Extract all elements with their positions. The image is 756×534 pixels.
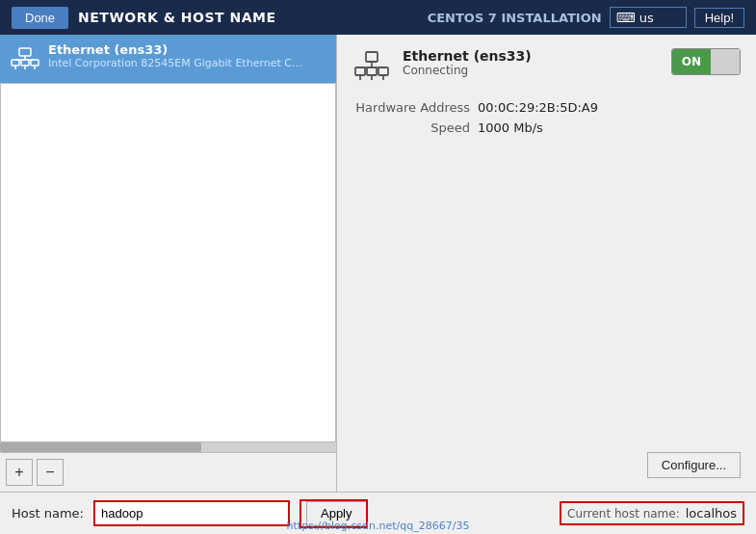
speed-label: Speed xyxy=(352,120,478,135)
connection-toggle[interactable]: ON xyxy=(671,48,741,75)
svg-rect-10 xyxy=(366,52,378,62)
bottom-bar: Host name: Apply Current host name: loca… xyxy=(0,492,756,534)
installation-label: CENTOS 7 INSTALLATION xyxy=(428,11,602,25)
main-content: Ethernet (ens33) Intel Corporation 82545… xyxy=(0,35,756,492)
hostname-label: Host name: xyxy=(12,506,84,521)
hostname-input-wrapper xyxy=(93,500,290,526)
toggle-off-area xyxy=(711,49,740,74)
svg-rect-0 xyxy=(19,48,31,56)
right-panel: Ethernet (ens33) Connecting ON Hardware … xyxy=(337,35,756,492)
speed-row: Speed 1000 Mb/s xyxy=(352,120,741,135)
top-bar-right: CENTOS 7 INSTALLATION ⌨ us Help! xyxy=(428,7,744,28)
network-item-text: Ethernet (ens33) Intel Corporation 82545… xyxy=(48,42,326,69)
network-list-area xyxy=(0,83,336,442)
connection-text: Ethernet (ens33) Connecting xyxy=(403,48,532,77)
locale-value: us xyxy=(639,11,654,25)
svg-rect-2 xyxy=(12,60,19,66)
network-item-name: Ethernet (ens33) xyxy=(48,42,326,57)
connection-header: Ethernet (ens33) Connecting ON xyxy=(352,48,741,87)
svg-rect-12 xyxy=(355,67,365,75)
ethernet-large-icon xyxy=(352,48,391,87)
hostname-input[interactable] xyxy=(95,502,288,524)
remove-network-button[interactable]: − xyxy=(37,459,64,486)
current-host-wrapper: Current host name: localhos xyxy=(560,501,744,525)
top-bar: Done NETWORK & HOST NAME CENTOS 7 INSTAL… xyxy=(0,0,756,35)
current-host-label: Current host name: xyxy=(567,507,680,521)
current-host-value: localhos xyxy=(686,506,737,521)
add-network-button[interactable]: + xyxy=(6,459,33,486)
connection-status: Connecting xyxy=(403,64,532,77)
network-buttons: + − xyxy=(0,452,336,492)
svg-rect-4 xyxy=(31,60,39,66)
locale-selector[interactable]: ⌨ us xyxy=(610,7,687,28)
apply-button[interactable]: Apply xyxy=(307,501,366,526)
hardware-address-label: Hardware Address xyxy=(352,100,478,115)
network-item-desc: Intel Corporation 82545EM Gigabit Ethern… xyxy=(48,57,308,69)
network-list-item[interactable]: Ethernet (ens33) Intel Corporation 82545… xyxy=(0,35,336,83)
ethernet-icon xyxy=(10,44,40,75)
help-button[interactable]: Help! xyxy=(694,8,744,28)
configure-button[interactable]: Configure... xyxy=(647,452,741,478)
keyboard-icon: ⌨ xyxy=(616,10,636,25)
list-scrollbar[interactable] xyxy=(0,442,336,452)
page-title: NETWORK & HOST NAME xyxy=(78,10,275,25)
left-panel: Ethernet (ens33) Intel Corporation 82545… xyxy=(0,35,337,492)
svg-rect-3 xyxy=(21,60,29,66)
svg-rect-14 xyxy=(378,67,388,75)
connection-info: Ethernet (ens33) Connecting xyxy=(352,48,532,87)
done-button[interactable]: Done xyxy=(12,7,68,29)
svg-rect-13 xyxy=(367,67,377,75)
speed-value: 1000 Mb/s xyxy=(478,120,543,135)
toggle-on-label: ON xyxy=(672,49,711,74)
connection-name: Ethernet (ens33) xyxy=(403,48,532,64)
apply-button-wrapper: Apply xyxy=(300,499,368,528)
hardware-address-value: 00:0C:29:2B:5D:A9 xyxy=(478,100,598,115)
hardware-address-row: Hardware Address 00:0C:29:2B:5D:A9 xyxy=(352,100,741,115)
